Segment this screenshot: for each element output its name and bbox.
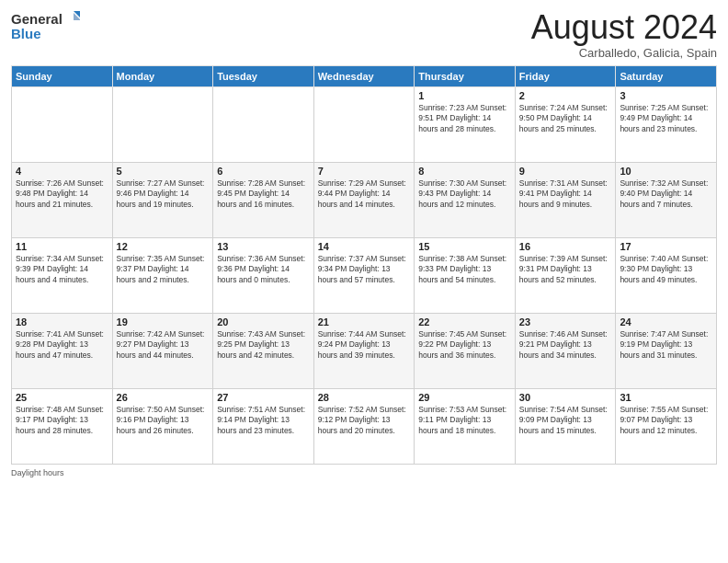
day-info: Sunrise: 7:25 AM Sunset: 9:49 PM Dayligh… (620, 103, 712, 136)
day-number: 6 (217, 166, 310, 177)
daylight-hours-label: Daylight hours (11, 468, 64, 477)
month-year-title: August 2024 (531, 9, 717, 46)
calendar-week-row: 11Sunrise: 7:34 AM Sunset: 9:39 PM Dayli… (12, 237, 717, 313)
day-number: 29 (418, 392, 511, 403)
calendar-day-cell: 6Sunrise: 7:28 AM Sunset: 9:45 PM Daylig… (213, 162, 314, 237)
day-number: 5 (117, 166, 210, 177)
day-info: Sunrise: 7:52 AM Sunset: 9:12 PM Dayligh… (318, 405, 411, 438)
day-info: Sunrise: 7:41 AM Sunset: 9:28 PM Dayligh… (16, 329, 108, 362)
day-of-week-header: Friday (515, 65, 616, 86)
day-info: Sunrise: 7:34 AM Sunset: 9:39 PM Dayligh… (16, 254, 108, 287)
calendar-day-cell: 18Sunrise: 7:41 AM Sunset: 9:28 PM Dayli… (12, 313, 113, 388)
calendar-day-cell: 28Sunrise: 7:52 AM Sunset: 9:12 PM Dayli… (313, 388, 415, 464)
day-number: 28 (318, 392, 411, 403)
day-number: 4 (16, 166, 108, 177)
location-subtitle: Carballedo, Galicia, Spain (531, 46, 717, 60)
calendar-day-cell: 7Sunrise: 7:29 AM Sunset: 9:44 PM Daylig… (313, 162, 415, 237)
day-number: 18 (16, 316, 108, 327)
calendar-day-cell: 24Sunrise: 7:47 AM Sunset: 9:19 PM Dayli… (616, 313, 717, 388)
calendar-day-cell: 21Sunrise: 7:44 AM Sunset: 9:24 PM Dayli… (313, 313, 415, 388)
day-info: Sunrise: 7:30 AM Sunset: 9:43 PM Dayligh… (418, 178, 511, 212)
day-number: 19 (117, 316, 210, 327)
day-number: 12 (117, 241, 210, 252)
day-number: 21 (318, 316, 411, 327)
calendar-day-cell: 26Sunrise: 7:50 AM Sunset: 9:16 PM Dayli… (112, 388, 213, 464)
day-info: Sunrise: 7:26 AM Sunset: 9:48 PM Dayligh… (16, 178, 108, 212)
calendar-day-cell: 11Sunrise: 7:34 AM Sunset: 9:39 PM Dayli… (12, 237, 113, 313)
day-number: 25 (16, 392, 108, 403)
day-info: Sunrise: 7:42 AM Sunset: 9:27 PM Dayligh… (117, 329, 210, 362)
logo: General Blue (11, 9, 80, 44)
calendar-day-cell: 31Sunrise: 7:55 AM Sunset: 9:07 PM Dayli… (616, 388, 717, 464)
day-number: 22 (418, 316, 511, 327)
calendar-day-cell: 10Sunrise: 7:32 AM Sunset: 9:40 PM Dayli… (616, 162, 717, 237)
day-number: 20 (217, 316, 310, 327)
day-info: Sunrise: 7:29 AM Sunset: 9:44 PM Dayligh… (318, 178, 411, 212)
day-info: Sunrise: 7:23 AM Sunset: 9:51 PM Dayligh… (418, 103, 511, 136)
day-of-week-header: Thursday (415, 65, 516, 86)
day-of-week-header: Monday (112, 65, 213, 86)
calendar-day-cell: 27Sunrise: 7:51 AM Sunset: 9:14 PM Dayli… (213, 388, 314, 464)
calendar-week-row: 18Sunrise: 7:41 AM Sunset: 9:28 PM Dayli… (12, 313, 717, 388)
day-number: 17 (620, 241, 712, 252)
day-number: 31 (620, 392, 712, 403)
calendar-footer: Daylight hours (11, 468, 717, 477)
svg-text:General: General (11, 11, 63, 27)
calendar-day-cell: 1Sunrise: 7:23 AM Sunset: 9:51 PM Daylig… (415, 86, 516, 162)
day-info: Sunrise: 7:31 AM Sunset: 9:41 PM Dayligh… (519, 178, 612, 212)
day-number: 10 (620, 166, 712, 177)
day-number: 1 (418, 90, 511, 101)
svg-text:Blue: Blue (11, 26, 41, 41)
day-info: Sunrise: 7:43 AM Sunset: 9:25 PM Dayligh… (217, 329, 310, 362)
day-info: Sunrise: 7:35 AM Sunset: 9:37 PM Dayligh… (117, 254, 210, 287)
day-number: 24 (620, 316, 712, 327)
day-of-week-header: Wednesday (313, 65, 415, 86)
day-info: Sunrise: 7:24 AM Sunset: 9:50 PM Dayligh… (519, 103, 612, 136)
calendar-day-cell: 22Sunrise: 7:45 AM Sunset: 9:22 PM Dayli… (415, 313, 516, 388)
day-of-week-header: Saturday (616, 65, 717, 86)
day-info: Sunrise: 7:36 AM Sunset: 9:36 PM Dayligh… (217, 254, 310, 287)
calendar-day-cell (12, 86, 113, 162)
calendar-day-cell: 23Sunrise: 7:46 AM Sunset: 9:21 PM Dayli… (515, 313, 616, 388)
calendar-day-cell: 13Sunrise: 7:36 AM Sunset: 9:36 PM Dayli… (213, 237, 314, 313)
day-number: 30 (519, 392, 612, 403)
day-info: Sunrise: 7:55 AM Sunset: 9:07 PM Dayligh… (620, 405, 712, 438)
day-info: Sunrise: 7:32 AM Sunset: 9:40 PM Dayligh… (620, 178, 712, 212)
day-info: Sunrise: 7:47 AM Sunset: 9:19 PM Dayligh… (620, 329, 712, 362)
page-header: General Blue August 2024 Carballedo, Gal… (11, 9, 717, 60)
day-number: 15 (418, 241, 511, 252)
calendar-day-cell: 16Sunrise: 7:39 AM Sunset: 9:31 PM Dayli… (515, 237, 616, 313)
title-block: August 2024 Carballedo, Galicia, Spain (531, 9, 717, 60)
day-info: Sunrise: 7:44 AM Sunset: 9:24 PM Dayligh… (318, 329, 411, 362)
day-info: Sunrise: 7:48 AM Sunset: 9:17 PM Dayligh… (16, 405, 108, 438)
day-info: Sunrise: 7:53 AM Sunset: 9:11 PM Dayligh… (418, 405, 511, 438)
day-info: Sunrise: 7:54 AM Sunset: 9:09 PM Dayligh… (519, 405, 612, 438)
calendar-day-cell: 9Sunrise: 7:31 AM Sunset: 9:41 PM Daylig… (515, 162, 616, 237)
calendar-day-cell: 30Sunrise: 7:54 AM Sunset: 9:09 PM Dayli… (515, 388, 616, 464)
calendar-day-cell (313, 86, 415, 162)
day-of-week-header: Tuesday (213, 65, 314, 86)
calendar-week-row: 1Sunrise: 7:23 AM Sunset: 9:51 PM Daylig… (12, 86, 717, 162)
calendar-day-cell: 8Sunrise: 7:30 AM Sunset: 9:43 PM Daylig… (415, 162, 516, 237)
day-info: Sunrise: 7:38 AM Sunset: 9:33 PM Dayligh… (418, 254, 511, 287)
day-of-week-header: Sunday (12, 65, 113, 86)
calendar-day-cell (112, 86, 213, 162)
calendar-day-cell: 2Sunrise: 7:24 AM Sunset: 9:50 PM Daylig… (515, 86, 616, 162)
day-number: 27 (217, 392, 310, 403)
calendar-week-row: 4Sunrise: 7:26 AM Sunset: 9:48 PM Daylig… (12, 162, 717, 237)
day-number: 13 (217, 241, 310, 252)
day-info: Sunrise: 7:39 AM Sunset: 9:31 PM Dayligh… (519, 254, 612, 287)
calendar-day-cell: 12Sunrise: 7:35 AM Sunset: 9:37 PM Dayli… (112, 237, 213, 313)
calendar-week-row: 25Sunrise: 7:48 AM Sunset: 9:17 PM Dayli… (12, 388, 717, 464)
day-number: 2 (519, 90, 612, 101)
day-number: 26 (117, 392, 210, 403)
calendar-day-cell: 4Sunrise: 7:26 AM Sunset: 9:48 PM Daylig… (12, 162, 113, 237)
logo-svg: General Blue (11, 9, 80, 44)
calendar-day-cell: 17Sunrise: 7:40 AM Sunset: 9:30 PM Dayli… (616, 237, 717, 313)
day-number: 8 (418, 166, 511, 177)
day-number: 16 (519, 241, 612, 252)
calendar-day-cell (213, 86, 314, 162)
calendar-day-cell: 20Sunrise: 7:43 AM Sunset: 9:25 PM Dayli… (213, 313, 314, 388)
calendar-table: SundayMondayTuesdayWednesdayThursdayFrid… (11, 65, 717, 465)
calendar-header-row: SundayMondayTuesdayWednesdayThursdayFrid… (12, 65, 717, 86)
